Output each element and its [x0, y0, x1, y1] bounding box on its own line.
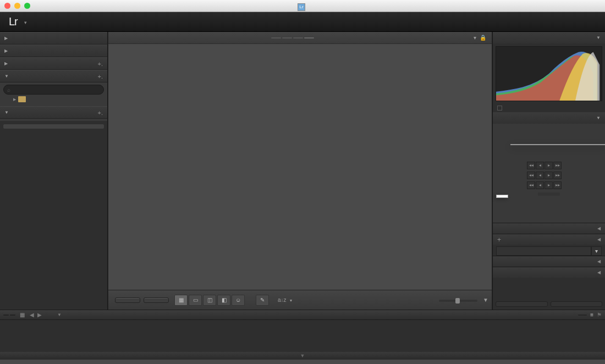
window-titlebar: Lr	[0, 0, 605, 12]
sort-control[interactable]: a↓z ▾	[278, 297, 292, 303]
minimize-window-button[interactable]	[14, 3, 20, 9]
folders-panel-header[interactable]: ▶ +.	[0, 57, 107, 70]
import-button[interactable]	[115, 297, 140, 303]
grid-view-button[interactable]: ▦	[174, 295, 188, 306]
original-photo-checkbox[interactable]	[493, 104, 605, 112]
main-window-button[interactable]	[3, 315, 9, 316]
second-window-button[interactable]	[10, 315, 15, 316]
sync-metadata-button[interactable]	[496, 301, 548, 307]
painter-tool-button[interactable]: ✎	[256, 295, 269, 306]
zoom-window-button[interactable]	[24, 3, 30, 9]
find-more-services-link[interactable]	[3, 124, 104, 129]
export-button[interactable]	[144, 297, 169, 303]
close-window-button[interactable]	[4, 3, 10, 9]
smart-collections-item[interactable]: ▶	[3, 95, 104, 104]
filmstrip[interactable]	[0, 320, 605, 352]
keywording-header[interactable]: ◀	[493, 223, 605, 234]
saved-preset-menu[interactable]	[510, 144, 605, 145]
collections-search-input[interactable]: ⌕	[3, 85, 104, 95]
thumbnail-size-slider[interactable]	[439, 299, 477, 302]
search-icon: ⌕	[7, 87, 10, 93]
chevron-down-icon: ▾	[290, 298, 292, 303]
reset-all-button[interactable]	[538, 192, 560, 196]
filmstrip-filter-dropdown[interactable]	[578, 315, 587, 316]
identity-plate[interactable]	[24, 17, 27, 26]
library-filter-bar: ▾ 🔒	[108, 32, 492, 44]
user-presets-submenu-item[interactable]	[496, 195, 508, 198]
filmstrip-info-bar: ▦ ◀ ▶ ▼ ≡ ⚑	[0, 310, 605, 320]
publish-services-header[interactable]: ▼ +.	[0, 106, 107, 119]
vibrance-control[interactable]: ◂◂◂▸▸▸	[496, 181, 602, 189]
navigator-panel-header[interactable]: ▶	[0, 32, 107, 45]
histogram-header[interactable]: ▼	[493, 32, 605, 43]
quick-develop-header[interactable]: ▼	[493, 112, 605, 124]
sync-settings-button[interactable]	[551, 301, 603, 307]
left-panel: ▶ ▶ ▶ +. ▼ +. ⌕ ▶	[0, 32, 108, 310]
add-folder-button[interactable]: +.	[98, 60, 103, 67]
nav-back-button[interactable]: ◀	[30, 312, 34, 318]
metadata-header[interactable]: ◀	[493, 256, 605, 267]
grid-toolbar: ▦ ▭ ◫ ◧ ☺ ✎ a↓z ▾ ▼	[108, 290, 492, 310]
comments-header[interactable]: ◀	[493, 267, 605, 278]
user-name	[24, 17, 27, 26]
app-topbar: Lr	[0, 12, 605, 32]
catalog-panel-header[interactable]: ▶	[0, 45, 107, 57]
compare-view-button[interactable]: ◫	[203, 295, 216, 306]
lightroom-logo: Lr	[9, 15, 18, 28]
filter-menu-icon[interactable]: ≡	[590, 312, 593, 318]
flag-filter-icon[interactable]: ⚑	[597, 312, 602, 318]
toolbar-chevron-button[interactable]: ▼	[483, 297, 488, 303]
exposure-control[interactable]: ◂◂◂▸▸▸	[496, 162, 602, 169]
collections-panel-header[interactable]: ▼ +.	[0, 70, 107, 82]
chevron-down-icon: ▾	[474, 35, 476, 41]
bottom-panel-toggle[interactable]: ▼	[0, 352, 605, 360]
lightroom-doc-icon: Lr	[298, 3, 305, 11]
chevron-down-icon: ▼	[4, 110, 9, 115]
people-view-button[interactable]: ☺	[232, 295, 245, 306]
right-panel: ▼ ▼ ◂◂◂▸▸▸ ◂◂◂▸▸	[492, 32, 605, 310]
filter-metadata-button[interactable]	[293, 37, 303, 38]
survey-view-button[interactable]: ◧	[217, 295, 230, 306]
metadata-set-dropdown[interactable]	[496, 246, 591, 256]
add-collection-button[interactable]: +.	[98, 73, 103, 80]
filter-text-button[interactable]	[271, 37, 281, 38]
thumbnail-grid[interactable]	[108, 44, 492, 290]
clarity-control[interactable]: ◂◂◂▸▸▸	[496, 172, 602, 179]
smart-collection-icon	[18, 96, 26, 102]
chevron-right-icon: ▶	[4, 61, 8, 66]
center-area: ▾ 🔒 ▦ ▭ ◫ ◧ ☺ ✎ a↓z ▾ ▼	[108, 32, 492, 310]
keyword-list-header[interactable]: +◀	[493, 234, 605, 245]
filter-attribute-button[interactable]	[282, 37, 292, 38]
filter-none-button[interactable]	[304, 37, 314, 38]
nav-forward-button[interactable]: ▶	[37, 312, 42, 318]
chevron-right-icon: ▶	[13, 97, 16, 102]
loupe-view-button[interactable]: ▭	[189, 295, 202, 306]
add-publish-button[interactable]: +.	[98, 109, 103, 116]
chevron-right-icon: ▶	[4, 48, 8, 53]
histogram-display	[496, 46, 602, 101]
chevron-right-icon: ▶	[4, 36, 8, 41]
grid-icon[interactable]: ▦	[20, 312, 25, 318]
window-title: Lr	[298, 1, 307, 11]
chevron-down-icon: ▼	[4, 74, 9, 79]
lock-icon[interactable]: 🔒	[480, 35, 486, 41]
chevron-down-icon[interactable]: ▼	[57, 312, 62, 317]
